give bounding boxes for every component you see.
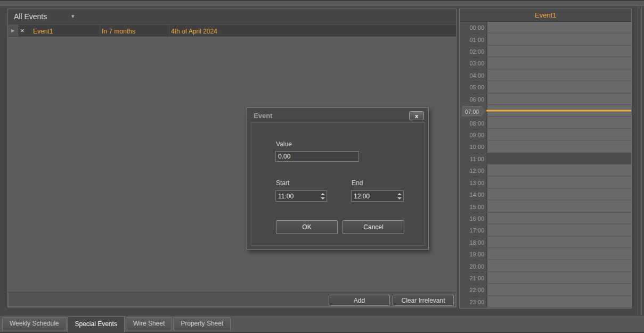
time-label: 05:00 bbox=[460, 81, 486, 93]
spin-down-icon[interactable] bbox=[321, 197, 325, 199]
time-label: 22:00 bbox=[460, 284, 486, 296]
time-label: 02:00 bbox=[460, 46, 486, 57]
time-label: 08:00 bbox=[460, 117, 486, 129]
time-cell[interactable] bbox=[486, 177, 631, 188]
time-row[interactable]: 20:00 bbox=[460, 260, 631, 272]
event-list-row[interactable]: ▶ × Event1 In 7 months 4th of April 2024 bbox=[8, 24, 456, 37]
time-row[interactable]: 21:00 bbox=[460, 272, 631, 284]
time-row[interactable]: 10:00 bbox=[460, 141, 631, 153]
time-cell[interactable] bbox=[486, 94, 631, 105]
window-top-strip bbox=[0, 0, 644, 7]
time-row[interactable]: 00:00 bbox=[460, 22, 631, 34]
end-time-spinner[interactable] bbox=[395, 191, 403, 201]
time-label: 18:00 bbox=[460, 237, 486, 248]
start-time-field[interactable] bbox=[275, 190, 327, 202]
time-cell[interactable] bbox=[486, 189, 631, 201]
time-cell[interactable] bbox=[486, 296, 631, 308]
time-cell[interactable] bbox=[486, 105, 631, 117]
time-row[interactable]: 14:00 bbox=[460, 189, 631, 201]
time-row[interactable]: 02:00 bbox=[460, 46, 631, 57]
events-filter-bar[interactable]: All Events ▾ bbox=[8, 9, 456, 24]
spin-up-icon[interactable] bbox=[397, 193, 402, 195]
time-label: 10:00 bbox=[460, 141, 486, 153]
time-row[interactable]: 11:00 bbox=[460, 153, 631, 165]
close-icon[interactable]: x bbox=[409, 111, 424, 120]
add-button[interactable]: Add bbox=[329, 295, 390, 306]
time-row[interactable]: 04:00 bbox=[460, 70, 631, 81]
dialog-title: Event bbox=[254, 112, 272, 120]
time-label: 21:00 bbox=[460, 272, 486, 284]
bubble-pointer-icon bbox=[482, 106, 486, 116]
time-row[interactable]: 19:00 bbox=[460, 248, 631, 260]
spin-up-icon[interactable] bbox=[321, 193, 325, 195]
end-time-field[interactable] bbox=[351, 190, 404, 202]
time-row[interactable]: 22:00 bbox=[460, 284, 631, 296]
time-cell[interactable] bbox=[486, 260, 631, 272]
start-label: Start bbox=[276, 179, 289, 187]
schedule-title: Event1 bbox=[460, 9, 631, 22]
tab-property-sheet[interactable]: Property Sheet bbox=[173, 317, 231, 330]
time-cell[interactable] bbox=[486, 213, 631, 224]
time-row[interactable]: 17:00 bbox=[460, 224, 631, 236]
time-cell[interactable] bbox=[486, 34, 631, 45]
time-row[interactable]: 09:00 bbox=[460, 129, 631, 141]
time-cell[interactable] bbox=[486, 201, 631, 212]
time-label: 01:00 bbox=[460, 34, 486, 45]
time-label: 12:00 bbox=[460, 165, 486, 177]
time-cell[interactable] bbox=[486, 129, 631, 141]
time-row[interactable]: 03:00 bbox=[460, 57, 631, 69]
time-cell[interactable] bbox=[486, 284, 631, 296]
time-cell[interactable] bbox=[486, 165, 631, 177]
event-date: 4th of April 2024 bbox=[171, 28, 217, 35]
time-cell[interactable] bbox=[486, 81, 631, 93]
clear-irrelevant-button[interactable]: Clear Irrelevant bbox=[393, 295, 454, 306]
column-separator bbox=[100, 25, 100, 36]
time-row[interactable]: 01:00 bbox=[460, 34, 631, 45]
time-label: 17:00 bbox=[460, 224, 486, 236]
time-row[interactable]: 18:00 bbox=[460, 237, 631, 248]
events-footer-bar: Add Clear Irrelevant bbox=[8, 293, 456, 307]
time-cell[interactable] bbox=[486, 153, 631, 165]
chevron-down-icon[interactable]: ▾ bbox=[71, 13, 75, 20]
time-cell[interactable] bbox=[486, 22, 631, 34]
time-cell[interactable] bbox=[486, 141, 631, 153]
time-row[interactable]: 05:00 bbox=[460, 81, 631, 93]
time-row[interactable]: 08:00 bbox=[460, 117, 631, 129]
time-cell[interactable] bbox=[486, 272, 631, 284]
time-cell[interactable] bbox=[486, 237, 631, 248]
time-row[interactable]: 12:00 bbox=[460, 165, 631, 177]
time-cell[interactable] bbox=[486, 57, 631, 69]
time-label: 23:00 bbox=[460, 296, 486, 308]
remove-event-icon[interactable]: × bbox=[20, 27, 25, 35]
end-time-input[interactable] bbox=[352, 191, 395, 201]
time-row[interactable]: 13:00 bbox=[460, 177, 631, 188]
tab-weekly-schedule[interactable]: Weekly Schedule bbox=[2, 317, 67, 330]
time-cell[interactable] bbox=[486, 117, 631, 129]
tab-wire-sheet[interactable]: Wire Sheet bbox=[126, 317, 172, 330]
time-cell[interactable] bbox=[486, 70, 631, 81]
events-filter-label[interactable]: All Events bbox=[14, 12, 47, 21]
expander-arrow-icon[interactable]: ▶ bbox=[11, 28, 14, 33]
event-relative-time: In 7 months bbox=[102, 28, 135, 35]
time-row[interactable]: 23:00 bbox=[460, 296, 631, 308]
time-cell[interactable] bbox=[486, 224, 631, 236]
time-row[interactable]: 15:00 bbox=[460, 201, 631, 212]
cancel-button[interactable]: Cancel bbox=[343, 220, 404, 234]
time-row[interactable]: 16:00 bbox=[460, 213, 631, 224]
tab-special-events[interactable]: Special Events bbox=[68, 317, 125, 332]
time-label: 00:00 bbox=[460, 22, 486, 34]
value-label: Value bbox=[276, 140, 292, 148]
time-row[interactable]: 06:00 bbox=[460, 94, 631, 105]
start-time-input[interactable] bbox=[276, 191, 319, 201]
row-expander-cell[interactable]: ▶ bbox=[8, 25, 18, 36]
value-input[interactable] bbox=[275, 151, 359, 162]
time-label: 04:00 bbox=[460, 70, 486, 81]
time-row[interactable]: 07:0007:00 bbox=[460, 105, 631, 117]
time-cell[interactable] bbox=[486, 248, 631, 260]
ok-button[interactable]: OK bbox=[276, 220, 338, 234]
start-time-spinner[interactable] bbox=[319, 191, 327, 201]
time-cell[interactable] bbox=[486, 46, 631, 57]
time-label: 15:00 bbox=[460, 201, 486, 212]
spin-down-icon[interactable] bbox=[397, 197, 402, 199]
vertical-scrollbar[interactable] bbox=[638, 7, 642, 333]
